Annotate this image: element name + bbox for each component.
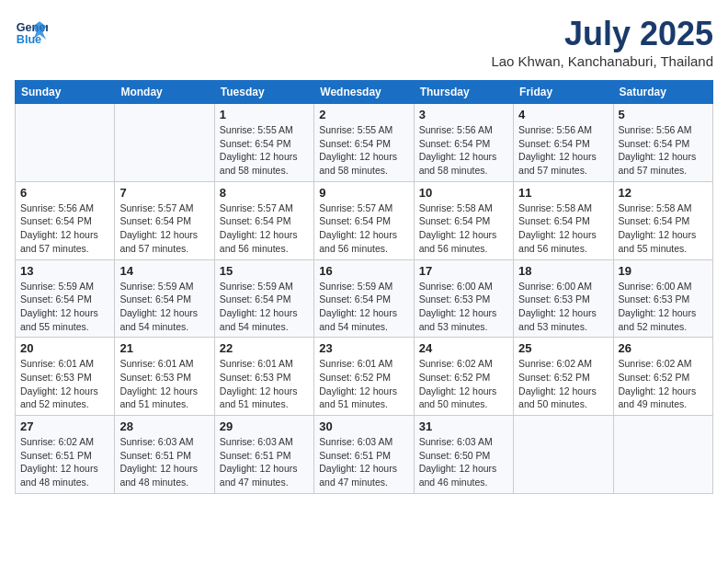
day-number: 3 xyxy=(419,108,508,121)
calendar-cell: 11Sunrise: 5:58 AM Sunset: 6:54 PM Dayli… xyxy=(514,181,613,259)
day-header-sunday: Sunday xyxy=(16,81,115,104)
calendar-cell: 22Sunrise: 6:01 AM Sunset: 6:53 PM Dayli… xyxy=(214,338,313,416)
day-header-wednesday: Wednesday xyxy=(314,81,414,104)
day-header-friday: Friday xyxy=(514,81,613,104)
calendar-cell xyxy=(514,416,613,494)
calendar-header: SundayMondayTuesdayWednesdayThursdayFrid… xyxy=(16,81,713,104)
day-number: 17 xyxy=(419,264,508,278)
calendar-cell xyxy=(16,104,115,182)
calendar-week-2: 6Sunrise: 5:56 AM Sunset: 6:54 PM Daylig… xyxy=(16,181,713,259)
day-number: 23 xyxy=(319,341,408,355)
day-info: Sunrise: 5:58 AM Sunset: 6:54 PM Dayligh… xyxy=(518,201,608,256)
day-info: Sunrise: 6:03 AM Sunset: 6:50 PM Dayligh… xyxy=(419,435,508,489)
day-number: 21 xyxy=(119,341,209,355)
day-info: Sunrise: 6:01 AM Sunset: 6:53 PM Dayligh… xyxy=(119,357,209,411)
day-number: 25 xyxy=(518,341,608,355)
day-number: 1 xyxy=(220,108,309,121)
day-info: Sunrise: 5:59 AM Sunset: 6:54 PM Dayligh… xyxy=(119,280,209,334)
logo-icon: General Blue xyxy=(15,15,48,48)
day-info: Sunrise: 6:03 AM Sunset: 6:51 PM Dayligh… xyxy=(220,435,309,489)
location-title: Lao Khwan, Kanchanaburi, Thailand xyxy=(491,53,713,69)
day-info: Sunrise: 6:01 AM Sunset: 6:52 PM Dayligh… xyxy=(319,357,408,411)
day-info: Sunrise: 5:59 AM Sunset: 6:54 PM Dayligh… xyxy=(20,280,109,334)
day-number: 26 xyxy=(619,341,708,355)
day-number: 11 xyxy=(518,186,608,200)
logo: General Blue xyxy=(15,15,48,48)
calendar-cell: 29Sunrise: 6:03 AM Sunset: 6:51 PM Dayli… xyxy=(214,416,313,494)
calendar-cell: 21Sunrise: 6:01 AM Sunset: 6:53 PM Dayli… xyxy=(115,338,214,416)
calendar-cell: 26Sunrise: 6:02 AM Sunset: 6:52 PM Dayli… xyxy=(613,338,712,416)
day-info: Sunrise: 6:01 AM Sunset: 6:53 PM Dayligh… xyxy=(220,357,309,411)
calendar-cell: 25Sunrise: 6:02 AM Sunset: 6:52 PM Dayli… xyxy=(514,338,613,416)
day-number: 31 xyxy=(419,419,508,433)
day-number: 22 xyxy=(220,341,309,355)
day-number: 19 xyxy=(619,264,708,278)
day-number: 20 xyxy=(20,341,109,355)
calendar-cell: 7Sunrise: 5:57 AM Sunset: 6:54 PM Daylig… xyxy=(115,181,214,259)
day-number: 24 xyxy=(419,341,508,355)
calendar-cell: 23Sunrise: 6:01 AM Sunset: 6:52 PM Dayli… xyxy=(314,338,414,416)
day-number: 28 xyxy=(119,419,209,433)
calendar-cell: 18Sunrise: 6:00 AM Sunset: 6:53 PM Dayli… xyxy=(514,259,613,338)
calendar-table: SundayMondayTuesdayWednesdayThursdayFrid… xyxy=(15,80,713,494)
calendar-cell: 30Sunrise: 6:03 AM Sunset: 6:51 PM Dayli… xyxy=(314,416,414,494)
day-info: Sunrise: 5:56 AM Sunset: 6:54 PM Dayligh… xyxy=(518,123,608,178)
calendar-cell: 14Sunrise: 5:59 AM Sunset: 6:54 PM Dayli… xyxy=(115,259,214,338)
day-info: Sunrise: 6:00 AM Sunset: 6:53 PM Dayligh… xyxy=(619,280,708,334)
day-info: Sunrise: 5:59 AM Sunset: 6:54 PM Dayligh… xyxy=(220,280,309,334)
calendar-cell: 9Sunrise: 5:57 AM Sunset: 6:54 PM Daylig… xyxy=(314,181,414,259)
day-info: Sunrise: 6:00 AM Sunset: 6:53 PM Dayligh… xyxy=(518,280,608,334)
calendar-cell: 15Sunrise: 5:59 AM Sunset: 6:54 PM Dayli… xyxy=(214,259,313,338)
page-header: General Blue July 2025 Lao Khwan, Kancha… xyxy=(15,15,713,69)
day-number: 7 xyxy=(119,186,209,200)
calendar-cell: 12Sunrise: 5:58 AM Sunset: 6:54 PM Dayli… xyxy=(613,181,712,259)
calendar-cell: 6Sunrise: 5:56 AM Sunset: 6:54 PM Daylig… xyxy=(16,181,115,259)
day-number: 18 xyxy=(518,264,608,278)
day-header-tuesday: Tuesday xyxy=(214,81,313,104)
day-number: 30 xyxy=(319,419,408,433)
day-info: Sunrise: 5:55 AM Sunset: 6:54 PM Dayligh… xyxy=(319,123,408,178)
day-number: 15 xyxy=(220,264,309,278)
day-number: 10 xyxy=(419,186,508,200)
day-number: 12 xyxy=(619,186,708,200)
day-info: Sunrise: 5:55 AM Sunset: 6:54 PM Dayligh… xyxy=(220,123,309,178)
calendar-cell xyxy=(613,416,712,494)
day-info: Sunrise: 5:56 AM Sunset: 6:54 PM Dayligh… xyxy=(20,201,109,256)
calendar-cell: 20Sunrise: 6:01 AM Sunset: 6:53 PM Dayli… xyxy=(16,338,115,416)
day-number: 8 xyxy=(220,186,309,200)
day-info: Sunrise: 5:56 AM Sunset: 6:54 PM Dayligh… xyxy=(419,123,508,178)
day-info: Sunrise: 6:00 AM Sunset: 6:53 PM Dayligh… xyxy=(419,280,508,334)
day-info: Sunrise: 6:02 AM Sunset: 6:52 PM Dayligh… xyxy=(619,357,708,411)
calendar-cell: 13Sunrise: 5:59 AM Sunset: 6:54 PM Dayli… xyxy=(16,259,115,338)
day-number: 5 xyxy=(619,108,708,121)
day-number: 4 xyxy=(518,108,608,121)
day-number: 13 xyxy=(20,264,109,278)
day-info: Sunrise: 5:56 AM Sunset: 6:54 PM Dayligh… xyxy=(619,123,708,178)
calendar-cell: 17Sunrise: 6:00 AM Sunset: 6:53 PM Dayli… xyxy=(414,259,513,338)
calendar-cell: 19Sunrise: 6:00 AM Sunset: 6:53 PM Dayli… xyxy=(613,259,712,338)
calendar-week-4: 20Sunrise: 6:01 AM Sunset: 6:53 PM Dayli… xyxy=(16,338,713,416)
day-info: Sunrise: 5:57 AM Sunset: 6:54 PM Dayligh… xyxy=(319,201,408,256)
day-number: 6 xyxy=(20,186,109,200)
day-info: Sunrise: 5:59 AM Sunset: 6:54 PM Dayligh… xyxy=(319,280,408,334)
calendar-cell: 3Sunrise: 5:56 AM Sunset: 6:54 PM Daylig… xyxy=(414,104,513,182)
day-info: Sunrise: 5:58 AM Sunset: 6:54 PM Dayligh… xyxy=(619,201,708,256)
day-info: Sunrise: 6:02 AM Sunset: 6:52 PM Dayligh… xyxy=(518,357,608,411)
calendar-week-1: 1Sunrise: 5:55 AM Sunset: 6:54 PM Daylig… xyxy=(16,104,713,182)
day-info: Sunrise: 5:57 AM Sunset: 6:54 PM Dayligh… xyxy=(220,201,309,256)
day-number: 29 xyxy=(220,419,309,433)
day-info: Sunrise: 6:03 AM Sunset: 6:51 PM Dayligh… xyxy=(319,435,408,489)
day-number: 16 xyxy=(319,264,408,278)
day-number: 14 xyxy=(119,264,209,278)
month-title: July 2025 xyxy=(491,15,713,53)
calendar-cell xyxy=(115,104,214,182)
calendar-cell: 5Sunrise: 5:56 AM Sunset: 6:54 PM Daylig… xyxy=(613,104,712,182)
day-number: 27 xyxy=(20,419,109,433)
day-info: Sunrise: 5:58 AM Sunset: 6:54 PM Dayligh… xyxy=(419,201,508,256)
calendar-cell: 31Sunrise: 6:03 AM Sunset: 6:50 PM Dayli… xyxy=(414,416,513,494)
day-info: Sunrise: 6:02 AM Sunset: 6:52 PM Dayligh… xyxy=(419,357,508,411)
day-info: Sunrise: 6:02 AM Sunset: 6:51 PM Dayligh… xyxy=(20,435,109,489)
day-header-saturday: Saturday xyxy=(613,81,712,104)
calendar-cell: 10Sunrise: 5:58 AM Sunset: 6:54 PM Dayli… xyxy=(414,181,513,259)
calendar-week-3: 13Sunrise: 5:59 AM Sunset: 6:54 PM Dayli… xyxy=(16,259,713,338)
